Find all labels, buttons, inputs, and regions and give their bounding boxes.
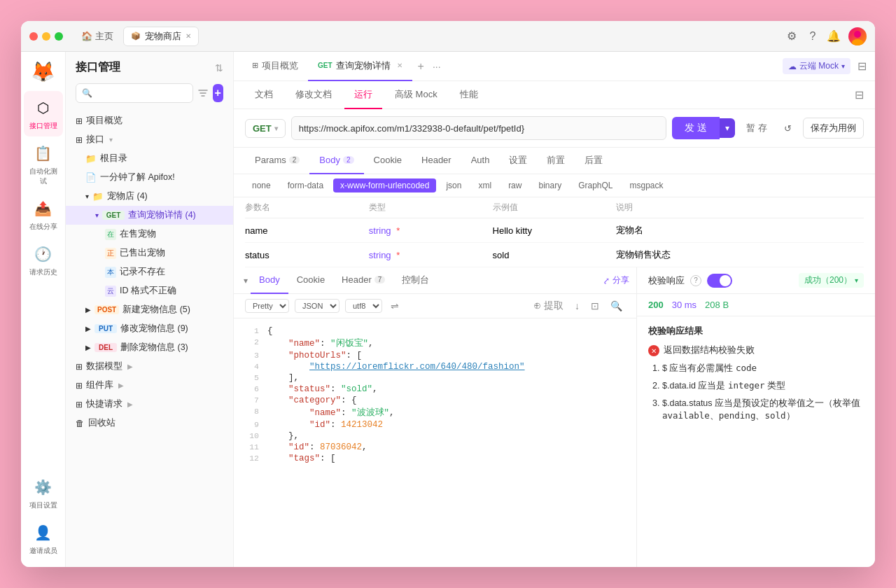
- param-tab-settings[interactable]: 设置: [499, 148, 537, 174]
- extract-button[interactable]: ⊕ 提取: [531, 298, 566, 314]
- tab-project-overview[interactable]: ⊞ 项目概览: [242, 52, 308, 81]
- tree-item-root-dir[interactable]: 📁 根目录: [66, 149, 233, 168]
- tree-item-bad-id[interactable]: 云 ID 格式不正确: [66, 281, 233, 300]
- body-type-raw[interactable]: raw: [501, 178, 528, 192]
- pre-tab-label: 前置: [547, 154, 565, 167]
- add-tab-button[interactable]: +: [412, 60, 430, 73]
- split-view-button[interactable]: ⊟: [855, 88, 864, 102]
- settings-icon[interactable]: ⚙: [785, 30, 798, 43]
- sidebar-item-online-share[interactable]: 📤 在线分享: [24, 192, 63, 237]
- tree-item-apifox-intro[interactable]: 📄 一分钟了解 Apifox!: [66, 168, 233, 187]
- req-tab-edit-doc[interactable]: 修改文档: [286, 81, 342, 109]
- search-button[interactable]: 🔍: [608, 298, 625, 314]
- tab-close-nav-icon[interactable]: ✕: [397, 62, 402, 69]
- bell-icon[interactable]: 🔔: [827, 30, 840, 43]
- tree-item-put-edit[interactable]: ▶ PUT 修改宠物信息 (9): [66, 319, 233, 338]
- url-input[interactable]: [291, 116, 667, 140]
- cookie-tab-label: Cookie: [374, 155, 402, 165]
- temp-save-button[interactable]: 暂 存: [741, 119, 773, 137]
- search-input[interactable]: [76, 83, 193, 103]
- param-tab-pre[interactable]: 前置: [537, 148, 575, 174]
- encoding-select[interactable]: utf8: [345, 299, 382, 313]
- tree-item-del[interactable]: ▶ DEL 删除宠物信息 (3): [66, 338, 233, 357]
- param-tab-cookie[interactable]: Cookie: [364, 148, 412, 174]
- tree-item-sold[interactable]: 正 已售出宠物: [66, 244, 233, 262]
- tree-item-on-sale[interactable]: 在 在售宠物: [66, 225, 233, 244]
- tree-item-pet-shop[interactable]: ▾ 📁 宠物店 (4): [66, 187, 233, 206]
- add-button[interactable]: +: [213, 84, 224, 102]
- filter-button[interactable]: [197, 84, 209, 102]
- body-type-form-data[interactable]: form-data: [281, 178, 330, 192]
- send-dropdown-button[interactable]: ▾: [720, 118, 735, 138]
- method-chevron-icon: ▾: [274, 125, 278, 132]
- validate-result-area: 校验响应结果 ✕ 返回数据结构校验失败 $ 应当有必需属性 code $.dat…: [637, 316, 875, 567]
- tree-item-overview[interactable]: ⊞ 项目概览: [66, 111, 233, 130]
- req-tab-doc[interactable]: 文档: [245, 81, 283, 109]
- param-tab-post[interactable]: 后置: [575, 148, 612, 174]
- response-tab-header[interactable]: Header 7: [333, 267, 393, 294]
- tree-item-components[interactable]: ⊞ 组件库 ▶: [66, 376, 233, 395]
- sidebar-item-auto-test[interactable]: 📋 自动化测试: [24, 136, 63, 192]
- send-button[interactable]: 发 送: [672, 117, 720, 139]
- tree-item-not-found[interactable]: 本 记录不存在: [66, 262, 233, 281]
- validate-help-icon[interactable]: ?: [690, 275, 701, 286]
- more-tabs-button[interactable]: ···: [430, 61, 444, 72]
- method-badge-post: POST: [94, 305, 119, 314]
- sidebar-item-proj-settings[interactable]: ⚙️ 项目设置: [24, 470, 63, 516]
- expand-panel-button[interactable]: ⊟: [858, 59, 867, 73]
- tab-close-icon[interactable]: ✕: [186, 32, 191, 40]
- save-as-button[interactable]: 保存为用例: [803, 118, 864, 139]
- tree-item-data-model[interactable]: ⊞ 数据模型 ▶: [66, 357, 233, 376]
- avatar[interactable]: [848, 27, 867, 46]
- close-button[interactable]: [29, 32, 38, 41]
- tab-pet-shop[interactable]: 📦 宠物商店 ✕: [123, 27, 199, 46]
- param-tab-auth[interactable]: Auth: [461, 148, 500, 174]
- tab-get-detail[interactable]: GET 查询宠物详情 ✕: [308, 52, 412, 81]
- maximize-button[interactable]: [55, 32, 63, 41]
- body-type-json[interactable]: json: [439, 178, 468, 192]
- share-button[interactable]: ⤤ 分享: [603, 274, 629, 286]
- param-tab-params[interactable]: Params 2: [245, 148, 309, 174]
- body-type-none[interactable]: none: [245, 178, 278, 192]
- req-tab-run[interactable]: 运行: [344, 81, 382, 109]
- body-type-urlencoded[interactable]: x-www-form-urlencoded: [333, 178, 436, 192]
- validate-toggle[interactable]: [707, 274, 732, 288]
- help-icon[interactable]: ?: [806, 30, 819, 43]
- sidebar-item-invite[interactable]: 👤 邀请成员: [24, 516, 63, 561]
- req-tab-advanced-mock[interactable]: 高级 Mock: [385, 81, 447, 109]
- sidebar-item-req-history[interactable]: 🕐 请求历史: [24, 237, 63, 283]
- response-tab-cookie[interactable]: Cookie: [288, 267, 333, 294]
- req-tab-perf[interactable]: 性能: [450, 81, 488, 109]
- body-tab-label: Body: [319, 155, 340, 165]
- param-tab-header[interactable]: Header: [412, 148, 461, 174]
- response-tab-body[interactable]: Body: [251, 267, 288, 294]
- cloud-mock-button[interactable]: ☁ 云端 Mock ▾: [783, 58, 850, 74]
- wrap-button[interactable]: ⇌: [388, 299, 402, 313]
- type-select[interactable]: JSON: [295, 299, 340, 313]
- title-bar-right: ⚙ ? 🔔: [785, 27, 867, 46]
- copy-button[interactable]: ⊡: [588, 298, 602, 314]
- method-select[interactable]: GET ▾: [245, 119, 286, 138]
- tree-item-recycle[interactable]: 🗑 回收站: [66, 414, 233, 433]
- format-select[interactable]: Pretty Raw: [245, 299, 289, 313]
- refresh-button[interactable]: ↺: [778, 120, 797, 136]
- body-type-msgpack[interactable]: msgpack: [623, 178, 671, 192]
- doc-tab-label: 文档: [255, 88, 273, 101]
- validate-result-title: 校验响应结果: [648, 325, 864, 337]
- tree-item-quick-req[interactable]: ⊞ 快捷请求 ▶: [66, 395, 233, 414]
- body-type-xml[interactable]: xml: [471, 178, 498, 192]
- status-select[interactable]: 成功（200） ▾: [799, 273, 864, 288]
- sort-icon[interactable]: ⇅: [215, 62, 223, 74]
- body-type-graphql[interactable]: GraphQL: [571, 178, 620, 192]
- tree-item-api[interactable]: ⊞ 接口 ▾: [66, 130, 233, 149]
- download-button[interactable]: ↓: [572, 298, 582, 314]
- response-tab-console[interactable]: 控制台: [393, 267, 438, 294]
- minimize-button[interactable]: [42, 32, 50, 41]
- tree-item-get-pet-detail[interactable]: ▾ GET 查询宠物详情 (4): [66, 206, 233, 225]
- tree-item-post-new[interactable]: ▶ POST 新建宠物信息 (5): [66, 300, 233, 319]
- sidebar-item-api-mgmt[interactable]: ⬡ 接口管理: [24, 91, 63, 136]
- tab-home[interactable]: 🏠 主页: [74, 27, 120, 46]
- collapse-icon[interactable]: ▾: [241, 276, 251, 286]
- body-type-binary[interactable]: binary: [531, 178, 568, 192]
- param-tab-body[interactable]: Body 2: [309, 148, 363, 174]
